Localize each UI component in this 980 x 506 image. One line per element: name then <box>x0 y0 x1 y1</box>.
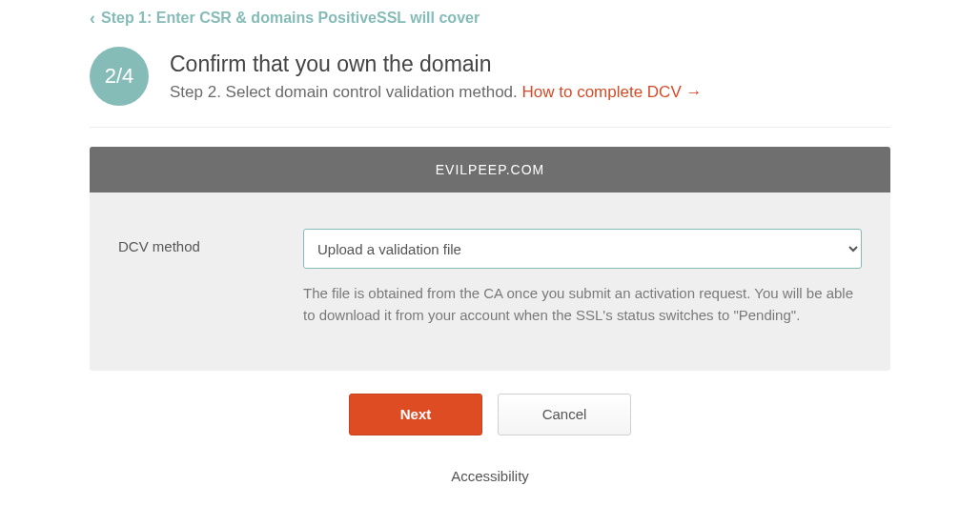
dcv-method-control: Upload a validation file The file is obt… <box>303 229 862 327</box>
accessibility-link[interactable]: Accessibility <box>451 468 529 484</box>
step-badge: 2/4 <box>90 47 149 106</box>
back-step-label: Step 1: Enter CSR & domains PositiveSSL … <box>101 10 480 27</box>
step-title-block: Confirm that you own the domain Step 2. … <box>170 51 702 102</box>
dcv-method-select[interactable]: Upload a validation file <box>303 229 862 269</box>
panel-domain-header: EVILPEEP.COM <box>90 147 890 192</box>
action-buttons: Next Cancel <box>90 394 890 435</box>
dcv-method-help: The file is obtained from the CA once yo… <box>303 282 862 327</box>
how-to-complete-dcv-link[interactable]: How to complete DCV → <box>522 83 703 101</box>
panel-body: DCV method Upload a validation file The … <box>90 192 890 371</box>
cancel-button[interactable]: Cancel <box>498 394 631 435</box>
back-to-step-1[interactable]: ‹ Step 1: Enter CSR & domains PositiveSS… <box>90 10 480 27</box>
step-header: 2/4 Confirm that you own the domain Step… <box>90 47 890 128</box>
dcv-link-text: How to complete DCV → <box>522 83 703 101</box>
step-subtitle: Step 2. Select domain control validation… <box>170 83 702 102</box>
dcv-method-row: DCV method Upload a validation file The … <box>118 229 862 327</box>
dcv-method-label: DCV method <box>118 229 280 254</box>
step-badge-text: 2/4 <box>105 64 134 89</box>
step-title: Confirm that you own the domain <box>170 51 702 77</box>
panel-domain-name: EVILPEEP.COM <box>436 162 544 177</box>
dcv-panel: EVILPEEP.COM DCV method Upload a validat… <box>90 147 890 371</box>
step-subtitle-text: Step 2. Select domain control validation… <box>170 83 522 101</box>
next-button[interactable]: Next <box>349 394 482 435</box>
footer: Accessibility <box>90 468 890 484</box>
chevron-left-icon: ‹ <box>90 10 95 27</box>
